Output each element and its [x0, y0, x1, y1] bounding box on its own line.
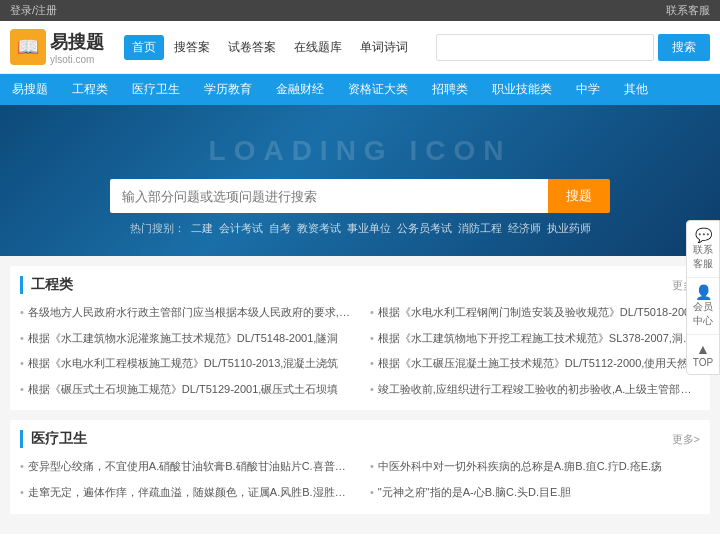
nav-paper-answers[interactable]: 试卷答案 — [220, 35, 284, 60]
catnav-other[interactable]: 其他 — [612, 74, 660, 105]
top-icon: ▲ — [691, 341, 715, 357]
medical-more[interactable]: 更多> — [672, 432, 700, 447]
catnav-cert[interactable]: 资格证大类 — [336, 74, 420, 105]
header-search-button[interactable]: 搜索 — [658, 34, 710, 61]
hero-tags-label: 热门搜别： — [130, 221, 185, 236]
catnav-skills[interactable]: 职业技能类 — [480, 74, 564, 105]
list-item[interactable]: 根据《水电水利工程钢闸门制造安装及验收规范》DL/T5018-2004 — [370, 302, 700, 324]
logo-icon: 📖 — [10, 29, 46, 65]
catnav-medical[interactable]: 医疗卫生 — [120, 74, 192, 105]
hero-tag-3[interactable]: 自考 — [269, 221, 291, 236]
list-item[interactable]: 走窜无定，遍体作痒，伴疏血溢，随媒颜色，证属A.风胜B.湿胜C.热胜D — [20, 482, 350, 504]
list-item[interactable]: 各级地方人民政府水行政主管部门应当根据本级人民政府的要求,制定本行... — [20, 302, 350, 324]
header: 📖 易搜题 ylsoti.com 首页 搜答案 试卷答案 在线题库 单词诗词 搜… — [0, 21, 720, 74]
list-item[interactable]: 根据《水工建筑物水泥灌浆施工技术规范》DL/T5148-2001,隧洞 — [20, 328, 350, 350]
hero-search: 搜题 — [110, 179, 610, 213]
logo-text: 易搜题 — [50, 30, 104, 54]
catnav-finance[interactable]: 金融财经 — [264, 74, 336, 105]
list-item[interactable]: 竣工验收前,应组织进行工程竣工验收的初步验收,A.上级主管部门B. — [370, 379, 700, 401]
nav-home[interactable]: 首页 — [124, 35, 164, 60]
hero-tag-9[interactable]: 执业药师 — [547, 221, 591, 236]
engineering-items: 各级地方人民政府水行政主管部门应当根据本级人民政府的要求,制定本行... 根据《… — [20, 302, 700, 400]
logo-sub: ylsoti.com — [50, 54, 104, 65]
header-nav: 首页 搜答案 试卷答案 在线题库 单词诗词 — [124, 35, 416, 60]
catnav-middle[interactable]: 中学 — [564, 74, 612, 105]
float-customer-label: 联系客服 — [693, 244, 713, 269]
catnav-recruit[interactable]: 招聘类 — [420, 74, 480, 105]
hero-tag-1[interactable]: 二建 — [191, 221, 213, 236]
hero-tag-7[interactable]: 消防工程 — [458, 221, 502, 236]
list-item[interactable]: 根据《水电水利工程模板施工规范》DL/T5110-2013,混凝土浇筑 — [20, 353, 350, 375]
float-buttons: 💬 联系客服 👤 会员中心 ▲ TOP — [686, 220, 720, 375]
logo: 📖 易搜题 ylsoti.com — [10, 29, 104, 65]
hero-tags: 热门搜别： 二建 会计考试 自考 教资考试 事业单位 公务员考试 消防工程 经济… — [130, 221, 591, 236]
contact-link[interactable]: 联系客服 — [666, 3, 710, 18]
nav-search-answers[interactable]: 搜答案 — [166, 35, 218, 60]
nav-question-bank[interactable]: 在线题库 — [286, 35, 350, 60]
hero-search-input[interactable] — [110, 179, 548, 213]
list-item[interactable]: "元神之府"指的是A-心B.脑C.头D.目E.胆 — [370, 482, 700, 504]
hero-tag-6[interactable]: 公务员考试 — [397, 221, 452, 236]
nav-vocabulary[interactable]: 单词诗词 — [352, 35, 416, 60]
medical-section: 医疗卫生 更多> 变异型心绞痛，不宜使用A.硝酸甘油软膏B.硝酸甘油贴片C.喜普… — [10, 420, 710, 513]
catnav-yisoti[interactable]: 易搜题 — [0, 74, 60, 105]
float-top-label: TOP — [693, 357, 713, 368]
category-nav: 易搜题 工程类 医疗卫生 学历教育 金融财经 资格证大类 招聘类 职业技能类 中… — [0, 74, 720, 105]
engineering-header: 工程类 更多> — [20, 276, 700, 294]
hero-title: LOADING ICON — [209, 135, 512, 167]
member-icon: 👤 — [691, 284, 715, 300]
hero-search-button[interactable]: 搜题 — [548, 179, 610, 213]
list-item[interactable]: 根据《水工碾压混凝土施工技术规范》DL/T5112-2000,使用天然砂石 — [370, 353, 700, 375]
header-search-bar: 搜索 — [436, 34, 710, 61]
top-bar: 登录/注册 联系客服 — [0, 0, 720, 21]
engineering-title: 工程类 — [31, 276, 73, 294]
catnav-engineering[interactable]: 工程类 — [60, 74, 120, 105]
float-top[interactable]: ▲ TOP — [687, 335, 719, 374]
hero-tag-5[interactable]: 事业单位 — [347, 221, 391, 236]
float-member-label: 会员中心 — [693, 301, 713, 326]
medical-title: 医疗卫生 — [31, 430, 87, 448]
list-item[interactable]: 根据《水工建筑物地下开挖工程施工技术规范》SL378-2007,洞室开 — [370, 328, 700, 350]
catnav-education[interactable]: 学历教育 — [192, 74, 264, 105]
float-customer-service[interactable]: 💬 联系客服 — [687, 221, 719, 278]
engineering-section: 工程类 更多> 各级地方人民政府水行政主管部门应当根据本级人民政府的要求,制定本… — [10, 266, 710, 410]
hero-tag-4[interactable]: 教资考试 — [297, 221, 341, 236]
logo-text-block: 易搜题 ylsoti.com — [50, 30, 104, 65]
hero-tag-2[interactable]: 会计考试 — [219, 221, 263, 236]
medical-items: 变异型心绞痛，不宜使用A.硝酸甘油软膏B.硝酸甘油贴片C.喜普洛尔D. 中医外科… — [20, 456, 700, 503]
medical-header: 医疗卫生 更多> — [20, 430, 700, 448]
hero-tag-8[interactable]: 经济师 — [508, 221, 541, 236]
list-item[interactable]: 变异型心绞痛，不宜使用A.硝酸甘油软膏B.硝酸甘油贴片C.喜普洛尔D. — [20, 456, 350, 478]
main-content: 工程类 更多> 各级地方人民政府水行政主管部门应当根据本级人民政府的要求,制定本… — [0, 256, 720, 534]
header-search-input[interactable] — [436, 34, 654, 61]
list-item[interactable]: 中医外科中对一切外科疾病的总称是A.痈B.疽C.疔D.疮E.疡 — [370, 456, 700, 478]
customer-icon: 💬 — [691, 227, 715, 243]
hero-banner: LOADING ICON 搜题 热门搜别： 二建 会计考试 自考 教资考试 事业… — [0, 105, 720, 256]
float-member-center[interactable]: 👤 会员中心 — [687, 278, 719, 335]
login-link[interactable]: 登录/注册 — [10, 3, 57, 18]
list-item[interactable]: 根据《碾压式土石坝施工规范》DL/T5129-2001,碾压式土石坝填 — [20, 379, 350, 401]
